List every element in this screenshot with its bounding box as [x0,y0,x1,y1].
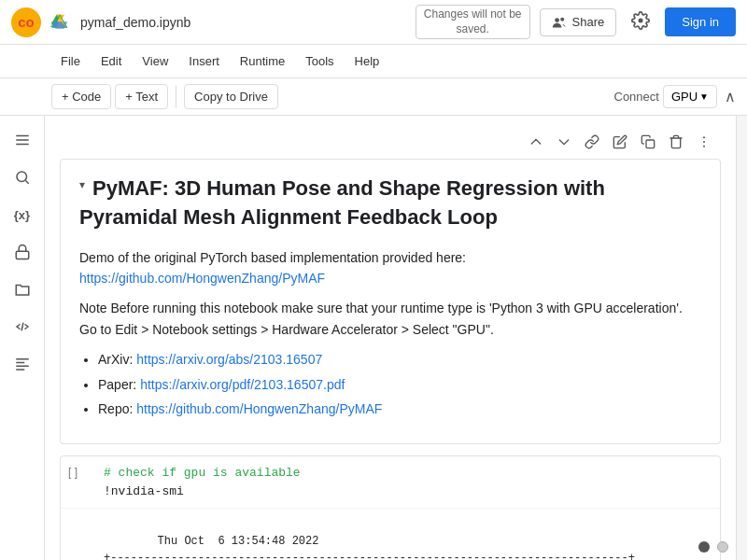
cell-move-up-button[interactable] [523,129,549,155]
settings-button[interactable] [626,6,655,38]
dot-light [717,541,728,553]
cell-collapse-button[interactable]: ▾ [79,178,85,191]
connect-gpu-dropdown[interactable]: GPU ▼ [663,85,717,108]
list-item-repo: Repo: https://github.com/HongwenZhang/Py… [98,399,701,419]
file-title: pymaf_demo.ipynb [80,15,190,30]
people-icon [552,15,567,30]
cell-link-button[interactable] [579,129,605,155]
main-area: {x} [0,116,747,560]
connect-label: Connect [614,90,659,104]
cell-delete-button[interactable] [663,129,689,155]
notebook: ▾ PyMAF: 3D Human Pose and Shape Regress… [45,116,736,560]
markdown-title: PyMAF: 3D Human Pose and Shape Regressio… [79,175,701,232]
collapse-button[interactable]: ∧ [721,84,740,109]
changes-notice: Changes will not be saved. [416,5,530,39]
sidebar-icon-secrets[interactable] [6,235,39,269]
sidebar-icon-search[interactable] [6,161,39,194]
menu-view[interactable]: View [133,50,177,72]
arxiv-link[interactable]: https://arxiv.org/abs/2103.16507 [136,352,322,367]
menu-insert[interactable]: Insert [179,50,229,72]
connect-area: Connect GPU ▼ [614,85,718,108]
bottom-dots [698,541,728,553]
code-command-line: !nvidia-smi [104,483,712,501]
svg-rect-7 [16,251,29,259]
drive-icon [50,13,69,32]
copy-to-drive-button[interactable]: Copy to Drive [184,84,278,109]
add-code-button[interactable]: + Code [51,84,111,109]
cell-more-button[interactable] [691,129,717,155]
right-scrollbar[interactable] [736,116,747,560]
intro-text: Demo of the original PyTorch based imple… [79,250,466,265]
cell-toolbar [60,127,721,157]
repo-label: Repo: [98,401,136,416]
output-line1: Thu Oct 6 13:54:48 2022 [158,535,319,548]
share-label: Share [572,15,605,29]
colab-logo: co [11,7,41,37]
list-item-arxiv: ArXiv: https://arxiv.org/abs/2103.16507 [98,349,701,370]
menu-file[interactable]: File [51,50,90,72]
markdown-cell: ▾ PyMAF: 3D Human Pose and Shape Regress… [60,159,721,444]
svg-rect-8 [646,140,655,148]
paper-link[interactable]: https://arxiv.org/pdf/2103.16507.pdf [140,377,345,392]
paper-label: Paper: [98,377,140,392]
menu-edit[interactable]: Edit [92,50,131,72]
arxiv-label: ArXiv: [98,352,136,367]
svg-point-4 [555,18,559,22]
intro-paragraph: Demo of the original PyTorch based imple… [79,247,701,289]
sidebar-icon-code[interactable] [6,310,39,343]
code-command: !nvidia-smi [104,484,184,498]
svg-point-5 [560,17,564,21]
svg-point-10 [703,141,705,143]
menu-tools[interactable]: Tools [296,50,343,72]
cell-edit-button[interactable] [607,129,633,155]
sidebar-icon-menu[interactable] [6,123,39,157]
repo-link[interactable]: https://github.com/HongwenZhang/PyMAF [136,401,382,416]
markdown-body: Demo of the original PyTorch based imple… [79,247,701,420]
code-cell: [ ] # check if gpu is available !nvidia-… [60,455,721,560]
toolbar-divider [176,86,176,108]
share-button[interactable]: Share [540,8,617,36]
sidebar-icon-files[interactable] [6,273,39,306]
code-comment: # check if gpu is available [104,466,301,480]
chevron-down-icon: ▼ [699,91,709,102]
topbar: co pymaf_demo.ipynb Changes will not be … [0,0,747,45]
intro-link[interactable]: https://github.com/HongwenZhang/PyMAF [79,271,325,286]
code-output: Thu Oct 6 13:54:48 2022 +---------------… [61,508,720,560]
sidebar-icon-variables[interactable]: {x} [6,198,39,231]
exec-count: [ ] [68,464,96,479]
code-content: # check if gpu is available !nvidia-smi [104,464,712,500]
note-paragraph: Note Before running this notebook make s… [79,298,701,340]
code-cell-header: [ ] # check if gpu is available !nvidia-… [61,456,720,508]
code-comment-line: # check if gpu is available [104,464,712,483]
menu-runtime[interactable]: Runtime [231,50,294,72]
menubar: File Edit View Insert Runtime Tools Help [0,45,747,78]
cell-copy-button[interactable] [635,129,661,155]
svg-point-9 [703,136,705,138]
resources-list: ArXiv: https://arxiv.org/abs/2103.16507 … [98,349,701,419]
menu-help[interactable]: Help [345,50,389,72]
gear-icon [631,11,650,30]
signin-button[interactable]: Sign in [665,7,736,36]
svg-point-11 [703,146,705,147]
toolbar: + Code + Text Copy to Drive Connect GPU … [0,78,747,116]
list-item-paper: Paper: https://arxiv.org/pdf/2103.16507.… [98,374,701,395]
dot-dark [698,541,710,553]
sidebar-icon-toc[interactable] [6,347,39,381]
add-text-button[interactable]: + Text [115,84,168,109]
cell-move-down-button[interactable] [551,129,577,155]
gpu-label: GPU [671,90,698,104]
svg-point-6 [17,172,27,182]
output-line2: +---------------------------------------… [104,552,635,560]
left-sidebar: {x} [0,116,45,560]
